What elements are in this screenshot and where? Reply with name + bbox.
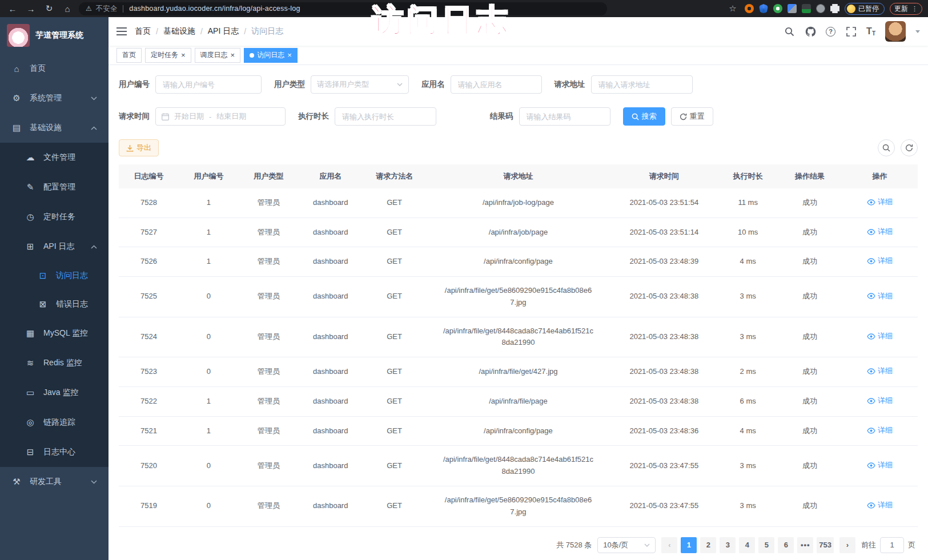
sidebar-item-infrastructure[interactable]: ▤ 基础设施 bbox=[0, 113, 109, 143]
detail-link[interactable]: 详细 bbox=[867, 365, 893, 377]
next-page-button[interactable]: › bbox=[839, 537, 855, 553]
paused-label: 已暂停 bbox=[858, 4, 879, 14]
sidebar-item-system-management[interactable]: ⚙ 系统管理 bbox=[0, 83, 109, 113]
sidebar-item-mysql-monitor[interactable]: ▦ MySQL 监控 bbox=[0, 319, 109, 348]
sidebar-item-redis-monitor[interactable]: ≋ Redis 监控 bbox=[0, 348, 109, 378]
page-size-select[interactable]: 10条/页 bbox=[597, 537, 656, 553]
view-tab-3[interactable]: 调度日志 × bbox=[195, 48, 241, 63]
eye-icon bbox=[867, 368, 875, 374]
extension-green-circle-icon[interactable] bbox=[773, 4, 782, 13]
sidebar-item-label: 定时任务 bbox=[43, 212, 75, 222]
breadcrumb-item[interactable]: API 日志 bbox=[208, 26, 239, 37]
page-button-753[interactable]: 753 bbox=[817, 537, 834, 553]
extension-shield-icon[interactable] bbox=[759, 4, 768, 13]
goto-page-input[interactable] bbox=[880, 537, 904, 553]
eye-icon bbox=[867, 199, 875, 206]
user-id-input[interactable] bbox=[155, 75, 262, 94]
detail-link[interactable]: 详细 bbox=[867, 425, 893, 437]
sidebar-item-access-log[interactable]: ⊡ 访问日志 bbox=[0, 261, 109, 290]
sidebar-item-label: 基础设施 bbox=[30, 123, 62, 133]
sidebar-item-file-management[interactable]: ☁ 文件管理 bbox=[0, 143, 109, 172]
user-id-label: 用户编号 bbox=[119, 79, 150, 90]
sidebar-item-trace[interactable]: ◎ 链路追踪 bbox=[0, 408, 109, 437]
pager-ellipsis[interactable]: ••• bbox=[797, 537, 813, 553]
search-icon bbox=[632, 113, 639, 120]
toggle-search-icon[interactable] bbox=[878, 139, 895, 156]
log-center-icon: ⊟ bbox=[25, 447, 35, 457]
detail-link[interactable]: 详细 bbox=[867, 226, 893, 238]
sidebar-item-config-management[interactable]: ✎ 配置管理 bbox=[0, 172, 109, 202]
prev-page-button[interactable]: ‹ bbox=[661, 537, 677, 553]
detail-link[interactable]: 详细 bbox=[867, 331, 893, 343]
detail-link[interactable]: 详细 bbox=[867, 196, 893, 208]
sidebar-item-home[interactable]: ⌂ 首页 bbox=[0, 54, 109, 83]
close-tab-icon[interactable]: × bbox=[231, 51, 235, 59]
detail-link[interactable]: 详细 bbox=[867, 291, 893, 303]
paused-badge[interactable]: 已暂停 bbox=[845, 3, 885, 15]
browser-reload-icon[interactable]: ↻ bbox=[42, 3, 56, 14]
extensions-puzzle-icon[interactable] bbox=[830, 4, 839, 13]
sidebar-item-label: Redis 监控 bbox=[43, 358, 82, 368]
view-tab-4[interactable]: 访问日志 × bbox=[244, 48, 298, 63]
download-icon bbox=[126, 144, 134, 152]
header-search-icon[interactable] bbox=[784, 26, 795, 37]
app-name-input[interactable] bbox=[451, 75, 542, 94]
pagination: 共 7528 条 10条/页 ‹ 123456•••753 › 前往 页 bbox=[119, 537, 915, 553]
help-icon[interactable]: ? bbox=[826, 27, 835, 37]
browser-update-button[interactable]: 更新 ⋮ bbox=[890, 3, 922, 15]
app-name-label: 应用名 bbox=[421, 79, 445, 90]
request-time-label: 请求时间 bbox=[119, 111, 150, 122]
search-button[interactable]: 搜索 bbox=[623, 107, 665, 126]
font-size-icon[interactable]: TT bbox=[866, 26, 875, 37]
sidebar-logo[interactable]: 芋道管理系统 bbox=[0, 17, 109, 54]
sidebar-item-api-log[interactable]: ⊞ API 日志 bbox=[0, 232, 109, 261]
hamburger-icon[interactable] bbox=[116, 27, 127, 36]
browser-home-icon[interactable]: ⌂ bbox=[61, 4, 74, 14]
request-time-range-picker[interactable]: 开始日期 - 结束日期 bbox=[155, 107, 286, 126]
github-icon[interactable] bbox=[805, 26, 816, 37]
sidebar-item-label: 链路追踪 bbox=[43, 417, 75, 428]
sidebar-item-error-log[interactable]: ⊠ 错误日志 bbox=[0, 290, 109, 319]
detail-link[interactable]: 详细 bbox=[867, 460, 893, 472]
duration-input[interactable] bbox=[335, 107, 436, 126]
browser-menu-dots-icon[interactable]: ⋮ bbox=[911, 5, 918, 13]
sidebar-item-java-monitor[interactable]: ▭ Java 监控 bbox=[0, 378, 109, 408]
translate-extension-icon[interactable] bbox=[802, 4, 811, 13]
page-button-3[interactable]: 3 bbox=[720, 537, 736, 553]
page-button-1[interactable]: 1 bbox=[681, 537, 697, 553]
detail-link[interactable]: 详细 bbox=[867, 499, 893, 511]
request-url-input[interactable] bbox=[591, 75, 693, 94]
url-bar[interactable]: ⚠ 不安全 dashboard.yudao.iocoder.cn/infra/l… bbox=[79, 2, 607, 15]
column-header: 请求地址 bbox=[427, 164, 610, 188]
user-type-select[interactable]: 请选择用户类型 bbox=[311, 75, 409, 94]
result-code-input[interactable] bbox=[519, 107, 610, 126]
bookmark-star-icon[interactable]: ☆ bbox=[726, 3, 740, 14]
breadcrumb-item[interactable]: 基础设施 bbox=[163, 26, 195, 37]
refresh-table-icon[interactable] bbox=[901, 139, 918, 156]
avatar-caret-icon[interactable] bbox=[915, 30, 920, 33]
browser-back-icon[interactable]: ← bbox=[6, 4, 19, 14]
sidebar-item-log-center[interactable]: ⊟ 日志中心 bbox=[0, 437, 109, 467]
page-button-5[interactable]: 5 bbox=[758, 537, 774, 553]
sidebar-item-scheduled-jobs[interactable]: ◷ 定时任务 bbox=[0, 202, 109, 232]
extension-gray-icon[interactable] bbox=[816, 4, 825, 13]
eye-icon bbox=[867, 229, 875, 235]
export-button[interactable]: 导出 bbox=[119, 139, 159, 156]
extension-orange-icon[interactable] bbox=[745, 4, 754, 13]
page-button-2[interactable]: 2 bbox=[700, 537, 716, 553]
extension-puzzle-color-icon[interactable] bbox=[788, 4, 797, 13]
view-tab-2[interactable]: 定时任务 × bbox=[145, 48, 191, 63]
user-avatar[interactable] bbox=[885, 21, 906, 42]
close-tab-icon[interactable]: × bbox=[287, 51, 292, 59]
detail-link[interactable]: 详细 bbox=[867, 395, 893, 407]
breadcrumb-item[interactable]: 首页 bbox=[135, 26, 151, 37]
fullscreen-icon[interactable] bbox=[845, 26, 857, 37]
detail-link[interactable]: 详细 bbox=[867, 255, 893, 267]
close-tab-icon[interactable]: × bbox=[181, 51, 186, 59]
view-tab-1[interactable]: 首页 bbox=[116, 48, 142, 63]
reset-button[interactable]: 重置 bbox=[671, 107, 713, 126]
page-button-4[interactable]: 4 bbox=[739, 537, 755, 553]
page-button-6[interactable]: 6 bbox=[778, 537, 794, 553]
sidebar-item-dev-tools[interactable]: ⚒ 研发工具 bbox=[0, 467, 109, 497]
browser-forward-icon[interactable]: → bbox=[24, 4, 38, 14]
